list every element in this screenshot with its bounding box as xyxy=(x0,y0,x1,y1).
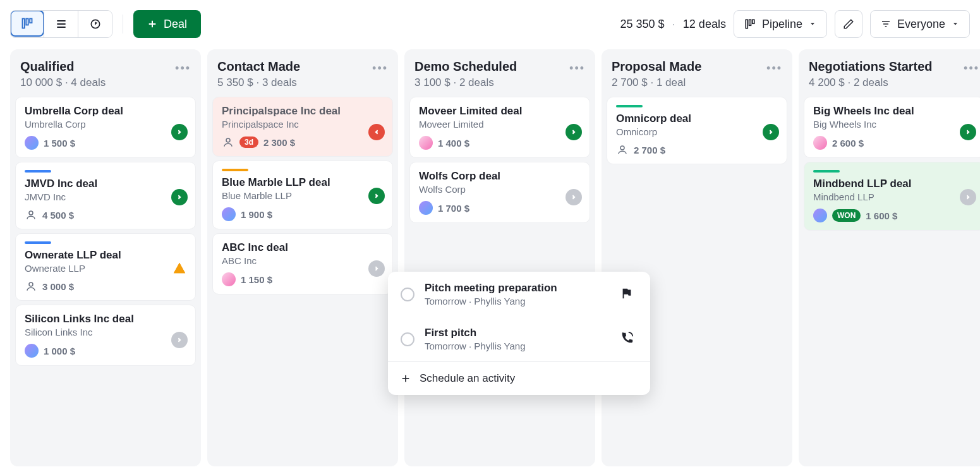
status-indicator[interactable] xyxy=(368,124,385,140)
column-title: Negotiations Started xyxy=(809,59,933,74)
deal-org: Blue Marble LLP xyxy=(222,190,384,201)
status-indicator[interactable] xyxy=(171,332,188,348)
column-cards: Umbrella Corp dealUmbrella Corp1 500 $JM… xyxy=(15,97,196,366)
summary: 25 350 $ · 12 deals xyxy=(620,18,726,31)
deal-title: Moveer Limited deal xyxy=(419,105,581,118)
activity-meta: Tomorrow · Phyllis Yang xyxy=(425,341,610,351)
deal-card[interactable]: Wolfs Corp dealWolfs Corp1 700 $ xyxy=(409,162,590,223)
deal-amount: 1 500 $ xyxy=(44,138,75,149)
deal-meta: 3d2 300 $ xyxy=(222,136,384,149)
summary-count: 12 deals xyxy=(683,18,726,30)
deal-amount: 2 700 $ xyxy=(634,145,665,155)
activity-title: Pitch meeting preparation xyxy=(425,282,610,294)
deal-card[interactable]: Mindbend LLP dealMindbend LLPWON1 600 $ xyxy=(804,162,980,231)
deal-title: Omnicorp deal xyxy=(616,112,778,125)
column-title: Proposal Made xyxy=(612,59,701,74)
pipeline-column: Demo Scheduled3 100 $ · 2 deals•••Moveer… xyxy=(404,49,595,466)
activity-meta: Tomorrow · Phyllis Yang xyxy=(425,296,610,306)
deal-label-bar xyxy=(25,170,51,173)
activity-item[interactable]: First pitchTomorrow · Phyllis Yang xyxy=(388,317,650,361)
deal-card[interactable]: Moveer Limited dealMoveer Limited1 400 $ xyxy=(409,97,590,158)
status-indicator[interactable] xyxy=(960,124,976,140)
column-summary: 5 350 $ · 3 deals xyxy=(217,76,300,89)
status-indicator[interactable] xyxy=(368,188,385,204)
view-kanban-button[interactable] xyxy=(10,10,44,37)
deal-card[interactable]: Ownerate LLP dealOwnerate LLP3 000 $ xyxy=(15,233,196,301)
person-icon xyxy=(222,136,234,149)
avatar xyxy=(419,201,433,215)
deal-org: Mindbend LLP xyxy=(813,191,975,202)
deal-card[interactable]: ABC Inc dealABC Inc1 150 $ xyxy=(212,233,393,294)
plus-icon xyxy=(401,373,411,384)
person-icon xyxy=(616,143,629,156)
deal-title: Blue Marble LLP deal xyxy=(222,176,384,189)
deal-amount: 1 000 $ xyxy=(44,346,75,356)
column-header: Qualified10 000 $ · 4 deals••• xyxy=(15,57,196,97)
pipeline-column: Proposal Made2 700 $ · 1 deal•••Omnicorp… xyxy=(602,49,792,466)
activity-checkbox[interactable] xyxy=(401,332,414,346)
deal-meta: 1 700 $ xyxy=(419,201,581,215)
avatar xyxy=(222,272,236,286)
svg-point-16 xyxy=(29,282,33,286)
edit-pipeline-button[interactable] xyxy=(835,10,862,38)
svg-rect-1 xyxy=(26,19,28,25)
forecast-icon xyxy=(89,18,102,30)
deal-card[interactable]: Silicon Links Inc dealSilicon Links Inc1… xyxy=(15,305,196,366)
pipeline-icon xyxy=(744,18,756,30)
status-indicator[interactable] xyxy=(566,189,582,205)
deal-card[interactable]: Principalspace Inc dealPrincipalspace In… xyxy=(212,97,393,157)
status-indicator[interactable] xyxy=(763,124,779,140)
deal-card[interactable]: Blue Marble LLP dealBlue Marble LLP1 900… xyxy=(212,161,393,229)
column-menu-button[interactable]: ••• xyxy=(372,59,388,75)
deal-card[interactable]: Omnicorp dealOmnicorp2 700 $ xyxy=(607,97,787,164)
activity-popover: Pitch meeting preparationTomorrow · Phyl… xyxy=(388,272,650,395)
deal-org: Big Wheels Inc xyxy=(813,119,975,130)
add-deal-button[interactable]: Deal xyxy=(133,10,201,38)
column-header: Proposal Made2 700 $ · 1 deal••• xyxy=(607,57,787,97)
column-menu-button[interactable]: ••• xyxy=(766,59,782,75)
view-forecast-button[interactable] xyxy=(78,11,112,37)
deal-card[interactable]: JMVD Inc dealJMVD Inc4 500 $ xyxy=(15,162,196,229)
activity-checkbox[interactable] xyxy=(401,288,414,301)
activity-item[interactable]: Pitch meeting preparationTomorrow · Phyl… xyxy=(388,272,650,317)
status-indicator[interactable] xyxy=(368,260,385,277)
add-deal-label: Deal xyxy=(164,18,187,31)
column-title: Qualified xyxy=(20,59,106,74)
deal-card[interactable]: Big Wheels Inc dealBig Wheels Inc2 600 $ xyxy=(804,97,980,158)
avatar xyxy=(813,136,827,150)
toolbar-left: Deal xyxy=(10,10,201,38)
kanban-board: Qualified10 000 $ · 4 deals•••Umbrella C… xyxy=(10,49,970,466)
deal-amount: 2 600 $ xyxy=(832,138,864,149)
pipeline-select[interactable]: Pipeline xyxy=(734,10,827,38)
deal-org: Umbrella Corp xyxy=(25,119,186,130)
schedule-activity-label: Schedule an activity xyxy=(420,372,515,385)
deal-amount: 1 150 $ xyxy=(241,274,272,285)
column-summary: 2 700 $ · 1 deal xyxy=(612,76,701,89)
view-list-button[interactable] xyxy=(44,11,78,37)
owner-filter[interactable]: Everyone xyxy=(870,10,970,38)
column-menu-button[interactable]: ••• xyxy=(964,59,979,75)
deal-title: Umbrella Corp deal xyxy=(25,105,186,118)
deal-amount: 3 000 $ xyxy=(42,281,74,292)
status-indicator[interactable] xyxy=(566,124,582,140)
svg-point-15 xyxy=(29,211,33,215)
phone-icon xyxy=(620,331,638,348)
pencil-icon xyxy=(843,18,854,30)
deal-amount: 2 300 $ xyxy=(263,137,295,148)
deal-org: Wolfs Corp xyxy=(419,184,581,195)
deal-meta: 1 150 $ xyxy=(222,272,384,286)
deal-meta: 1 500 $ xyxy=(25,136,186,150)
column-summary: 3 100 $ · 2 deals xyxy=(414,76,517,89)
column-menu-button[interactable]: ••• xyxy=(175,59,191,75)
deal-label-bar xyxy=(616,105,643,107)
status-indicator[interactable] xyxy=(171,124,188,140)
list-icon xyxy=(55,18,68,30)
deal-card[interactable]: Umbrella Corp dealUmbrella Corp1 500 $ xyxy=(15,97,196,158)
status-indicator[interactable] xyxy=(171,189,188,205)
status-indicator[interactable] xyxy=(960,189,976,205)
schedule-activity-button[interactable]: Schedule an activity xyxy=(388,361,650,395)
column-menu-button[interactable]: ••• xyxy=(569,59,585,75)
deal-meta: 1 900 $ xyxy=(222,207,384,221)
deal-title: Principalspace Inc deal xyxy=(222,105,384,118)
deal-meta: 2 700 $ xyxy=(616,143,778,156)
